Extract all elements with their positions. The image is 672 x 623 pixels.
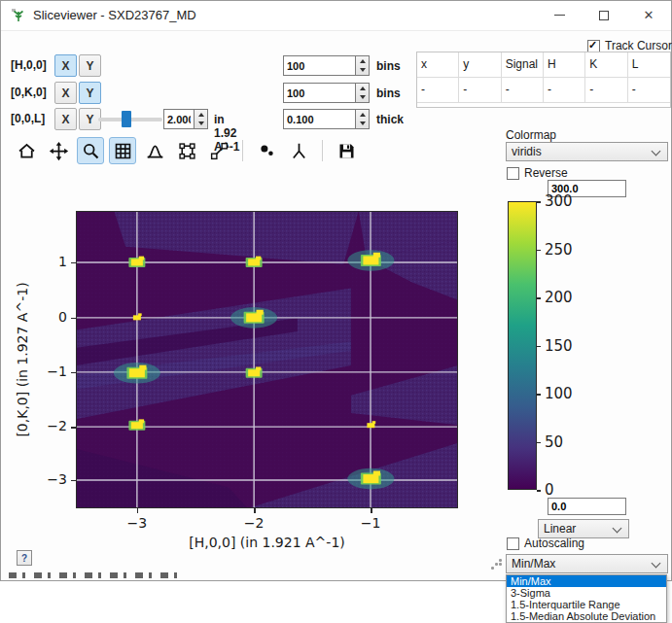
reverse-checkbox[interactable] [507,167,519,180]
spin-down-icon[interactable] [195,120,207,129]
slider-handle[interactable] [122,111,131,127]
region-icon [177,141,197,161]
cursor-table-cell: - [628,78,670,103]
colormap-combobox[interactable]: viridis [506,142,668,161]
zoom-icon [81,141,101,161]
y-tick-label: −3 [34,471,67,487]
h00-bins-input[interactable] [283,55,356,76]
00l-slice-slider[interactable] [98,108,162,130]
toolbar [13,136,360,165]
dropdown-option[interactable]: Min/Max [507,575,666,587]
y-tick-mark [71,427,76,429]
plot-ylabel: [0,K,0] (in 1.927 A^-1) [15,282,30,436]
pan-icon [49,141,69,161]
spin-down-icon[interactable] [356,93,369,103]
reverse-row: Reverse [507,166,519,184]
spin-up-icon[interactable] [195,110,207,120]
spin-down-icon[interactable] [356,66,369,76]
sliceviewer-window: Sliceviewer - SXD23767_MD ✕ [H,0,0] X Y … [0,0,672,581]
spin-up-icon[interactable] [356,84,369,93]
size-grip[interactable] [491,559,503,571]
line-plots-button[interactable] [141,137,168,164]
x-tick-mark [254,508,256,513]
y-tick-label: 0 [34,309,67,325]
dropdown-option[interactable]: 3-Sigma [507,587,666,599]
close-button[interactable]: ✕ [626,1,671,29]
close-icon: ✕ [644,9,654,21]
axes-icon [289,141,309,161]
normalization-combobox[interactable]: Min/Max [506,554,668,573]
y-tick-label: −1 [34,363,67,379]
dim-label: [H,0,0] [11,58,47,72]
zoom-button[interactable] [77,137,104,164]
save-button[interactable] [333,137,360,164]
clipped-widget-sliver [9,572,186,578]
track-cursor-row: Track Cursor [587,39,600,52]
00l-thick-input[interactable] [283,109,356,129]
spin-arrows [195,109,208,129]
cursor-table-header-cell: y [459,52,501,78]
colorbar-min-input[interactable] [548,498,626,515]
00l-x-button[interactable]: X [54,108,77,130]
help-button[interactable]: ? [17,550,32,566]
home-icon [17,141,37,161]
y-tick-mark [71,372,76,374]
toolbar-separator [242,140,243,161]
dropdown-option[interactable]: 1.5-Interquartile Range [507,599,666,610]
0k0-y-button[interactable]: Y [79,82,101,104]
colormap-value: viridis [512,145,542,158]
plot-canvas[interactable] [76,211,458,508]
home-button[interactable] [13,137,40,164]
spin-arrows [356,109,370,129]
autoscale-row: Autoscaling [507,536,519,554]
colorbar[interactable] [508,201,537,490]
cursor-table-header-cell: H [544,52,585,78]
pan-button[interactable] [45,137,72,164]
spin-up-icon[interactable] [356,110,369,120]
minimize-button[interactable] [537,1,582,29]
line-cut-button[interactable] [205,137,232,164]
maximize-button[interactable] [582,1,626,29]
cursor-table-cell: - [459,78,501,103]
cursor-table-header-cell: x [417,52,459,78]
cursor-table-cell: - [544,78,585,103]
0k0-bins-input[interactable] [283,83,356,103]
scale-combobox[interactable]: Linear [538,519,629,538]
cursor-table-cell: - [502,78,544,103]
cursor-table-header-cell: Signal [502,52,544,78]
track-cursor-label: Track Cursor [605,39,672,52]
plot-xlabel: [H,0,0] (in 1.921 A^-1) [76,535,458,550]
minimize-icon [554,15,565,16]
dim-label: [0,0,L] [11,112,45,125]
cursor-table-cell: - [417,78,459,103]
nonorthogonal-axes-button[interactable] [285,137,312,164]
screen: Sliceviewer - SXD23767_MD ✕ [H,0,0] X Y … [0,0,672,623]
00l-value-input[interactable] [163,109,195,129]
x-tick-label: −2 [234,515,273,531]
dropdown-option[interactable]: 1.5-Median Absolute Deviation [507,610,666,622]
spin-up-icon[interactable] [356,56,369,66]
grid-button[interactable] [109,137,136,164]
h00-y-button[interactable]: Y [79,54,101,77]
y-tick-label: 1 [34,254,67,269]
x-tick-mark [371,508,372,513]
region-selection-button[interactable] [173,137,200,164]
0k0-x-button[interactable]: X [54,82,77,104]
x-tick-mark [137,508,139,513]
dim-label: [0,K,0] [11,86,47,99]
spin-arrows [356,83,370,103]
overlay-peaks-button[interactable] [253,137,280,164]
x-tick-label: −3 [118,515,157,531]
toolbar-separator [322,140,323,161]
linecut-icon [209,141,230,161]
scale-value: Linear [544,522,576,536]
peaks-icon [257,141,277,161]
h00-x-button[interactable]: X [54,54,77,77]
spin-down-icon[interactable] [356,120,369,129]
titlebar[interactable]: Sliceviewer - SXD23767_MD ✕ [1,1,671,31]
normalization-dropdown-list: Min/Max3-Sigma1.5-Interquartile Range1.5… [506,574,667,623]
bins-suffix-label: bins [376,59,401,73]
autoscaling-checkbox[interactable] [507,537,519,550]
bins-suffix-label: bins [376,87,401,100]
save-icon [336,141,357,161]
